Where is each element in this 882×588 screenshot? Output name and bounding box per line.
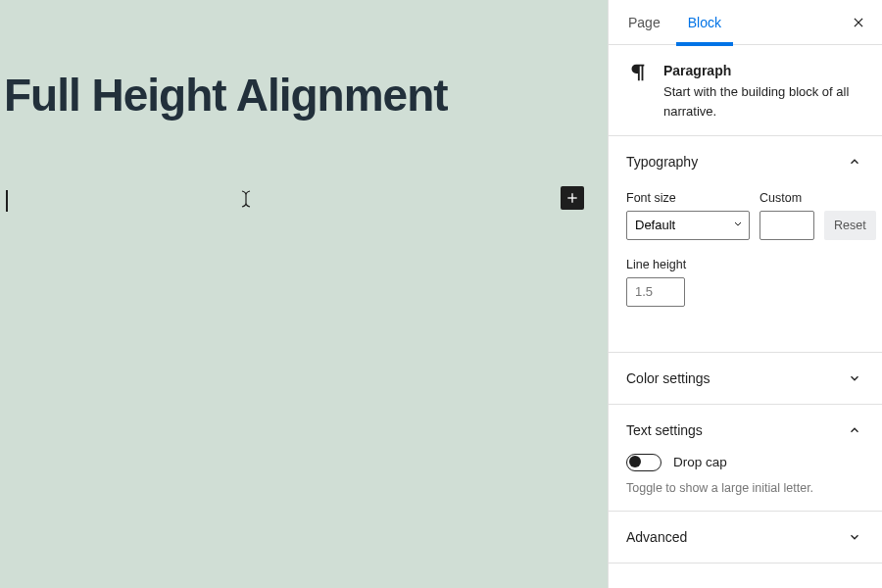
text-caret xyxy=(6,190,8,212)
settings-sidebar: Page Block Paragraph Start with the buil… xyxy=(608,0,882,588)
chevron-up-icon xyxy=(845,420,864,440)
panel-color-settings: Color settings xyxy=(609,353,882,405)
add-block-button[interactable] xyxy=(561,186,584,210)
panel-advanced: Advanced xyxy=(609,512,882,564)
plus-icon xyxy=(564,190,580,206)
custom-size-label: Custom xyxy=(760,191,814,205)
panel-typography: Typography Font size Default Custom xyxy=(609,136,882,353)
chevron-down-icon xyxy=(845,527,864,547)
panel-typography-toggle[interactable]: Typography xyxy=(626,152,864,172)
custom-size-input[interactable] xyxy=(760,211,814,240)
panel-color-toggle[interactable]: Color settings xyxy=(626,368,864,388)
tab-page[interactable]: Page xyxy=(626,0,662,45)
editor-canvas[interactable]: Full Height Alignment xyxy=(0,0,608,588)
block-name: Paragraph xyxy=(663,61,864,82)
paragraph-block[interactable] xyxy=(6,192,584,216)
line-height-label: Line height xyxy=(626,258,864,271)
font-size-select[interactable]: Default xyxy=(626,211,750,240)
panel-title: Text settings xyxy=(626,422,703,438)
line-height-input[interactable] xyxy=(626,277,685,307)
tab-block[interactable]: Block xyxy=(686,0,723,45)
panel-advanced-toggle[interactable]: Advanced xyxy=(626,527,864,547)
sidebar-tabs: Page Block xyxy=(609,0,882,45)
drop-cap-label: Drop cap xyxy=(673,455,727,469)
drop-cap-toggle[interactable] xyxy=(626,454,662,471)
page-title: Full Height Alignment xyxy=(4,69,608,122)
panel-title: Color settings xyxy=(626,370,710,386)
chevron-down-icon xyxy=(845,368,864,388)
reset-button[interactable]: Reset xyxy=(824,211,876,240)
panel-title: Advanced xyxy=(626,529,687,545)
block-info: Paragraph Start with the building block … xyxy=(609,45,882,136)
block-description: Start with the building block of all nar… xyxy=(663,82,864,122)
panel-text-toggle[interactable]: Text settings xyxy=(626,420,864,440)
panel-text-settings: Text settings Drop cap Toggle to show a … xyxy=(609,405,882,512)
close-icon xyxy=(852,16,865,29)
font-size-label: Font size xyxy=(626,191,750,205)
panel-title: Typography xyxy=(626,154,698,170)
drop-cap-help-text: Toggle to show a large initial letter. xyxy=(626,481,864,495)
close-sidebar-button[interactable] xyxy=(845,9,872,36)
paragraph-icon xyxy=(626,62,648,83)
chevron-up-icon xyxy=(845,152,864,172)
